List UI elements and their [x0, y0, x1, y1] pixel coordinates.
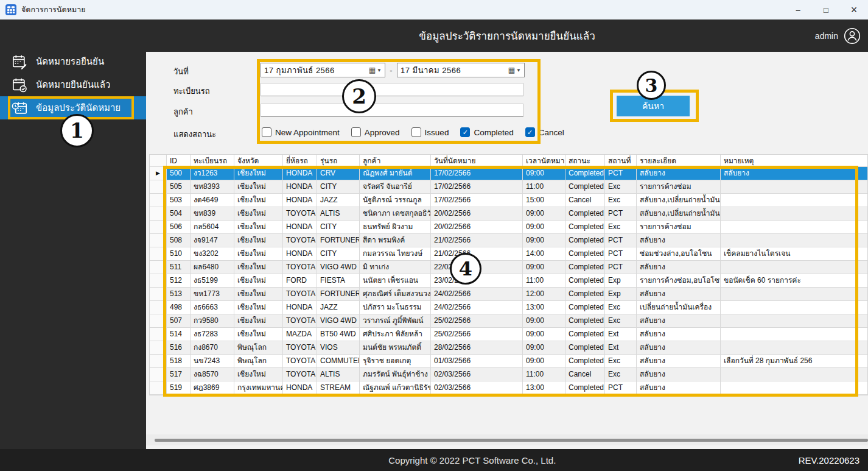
- sidebar-item-appointment-history[interactable]: ข้อมูลประวัตินัดหมาย: [0, 96, 146, 119]
- scrollbar-thumb[interactable]: [155, 439, 868, 442]
- cell-appt_date: 24/02/2566: [431, 301, 523, 314]
- cell-appt_time: 09:00: [523, 328, 565, 341]
- row-selector-cell[interactable]: [150, 274, 167, 288]
- cell-province: เชียงใหม่: [234, 261, 283, 274]
- status-checkbox-approved[interactable]: Approved: [351, 127, 400, 137]
- checkbox-checked-icon[interactable]: ✓: [525, 127, 535, 137]
- calendar-grid-icon[interactable]: ▦: [369, 66, 376, 74]
- table-row[interactable]: 508งจ9147เชียงใหม่TOYOTAFORTUNERสีดา พรม…: [150, 234, 867, 247]
- checkbox-unchecked-icon[interactable]: [351, 127, 361, 137]
- chevron-down-icon[interactable]: ▼: [377, 68, 382, 73]
- row-selector-cell[interactable]: [150, 328, 167, 341]
- column-header-id[interactable]: ID: [167, 155, 191, 167]
- table-row[interactable]: 513ขห1773เชียงใหม่TOYOTAFORTUNERศุภธณิศร…: [150, 288, 867, 301]
- cell-province: พิษณุโลก: [234, 341, 283, 355]
- table-row[interactable]: 516กง8670พิษณุโลกTOYOTAVIOSมนต์ชัย พรหมภ…: [150, 341, 867, 355]
- cell-id: 508: [167, 234, 191, 247]
- cell-status: Completed: [565, 274, 605, 288]
- cell-model: FIESTA: [317, 274, 360, 288]
- sidebar-item-pending-appointments[interactable]: นัดหมายรอยืนยัน: [0, 50, 146, 73]
- cell-detail: สลับยาง: [637, 368, 721, 381]
- table-row[interactable]: 512งธ5199เชียงใหม่FORDFIESTAนนัตยา เพ็ชร…: [150, 274, 867, 288]
- cell-model: VIOS: [317, 341, 360, 355]
- row-selector-cell[interactable]: [150, 314, 167, 328]
- table-row[interactable]: 503งต4649เชียงใหม่HONDAJAZZนัฐติภรณ์ วรร…: [150, 194, 867, 207]
- checkbox-checked-icon[interactable]: ✓: [460, 127, 470, 137]
- date-from-picker[interactable]: 17 กุมภาพันธ์ 2566 ▦ ▼: [261, 63, 385, 77]
- minimize-button[interactable]: –: [784, 0, 812, 19]
- column-header-place[interactable]: สถานที่: [605, 155, 637, 167]
- cell-id: 505: [167, 180, 191, 194]
- cell-customer: ศุภธณิศร์ เต็มสงวนวงศ์: [360, 288, 431, 301]
- table-row[interactable]: 517งฉ8570เชียงใหม่TOYOTAALTISภมรรัตน์ พั…: [150, 368, 867, 381]
- cell-place: PCT: [605, 247, 637, 261]
- row-selector-cell[interactable]: [150, 221, 167, 234]
- customer-input[interactable]: [261, 104, 523, 117]
- row-selector-cell[interactable]: [150, 207, 167, 221]
- table-row[interactable]: 506กล5604เชียงใหม่HONDACITYธนทรัพย์ ผิวง…: [150, 221, 867, 234]
- table-row[interactable]: 505ขท8393เชียงใหม่HONDACITYจรัลศรี จันอา…: [150, 180, 867, 194]
- column-header-detail[interactable]: รายละเอียด: [637, 155, 721, 167]
- date-to-picker[interactable]: 17 มีนาคม 2566 ▦ ▼: [397, 63, 525, 77]
- cell-province: เชียงใหม่: [234, 328, 283, 341]
- row-selector-cell[interactable]: [150, 368, 167, 381]
- status-checkbox-issued[interactable]: Issued: [411, 127, 449, 137]
- maximize-button[interactable]: □: [812, 0, 840, 19]
- horizontal-scrollbar[interactable]: [146, 434, 868, 445]
- cell-brand: HONDA: [283, 221, 317, 234]
- table-row[interactable]: 504ขท839เชียงใหม่TOYOTAALTISชนิดาภา เดชส…: [150, 207, 867, 221]
- row-selector-cell[interactable]: [150, 234, 167, 247]
- table-row[interactable]: 519ศฎ3869กรุงเทพมหานครHONDASTREAMณัฐภณพ์…: [150, 381, 867, 395]
- close-button[interactable]: ×: [840, 0, 868, 19]
- cell-status: Completed: [565, 221, 605, 234]
- current-row-arrow-icon[interactable]: ▶: [150, 167, 167, 180]
- status-checkbox-cancel[interactable]: ✓Cancel: [525, 127, 564, 137]
- status-checkbox-new-appointment[interactable]: New Appointment: [262, 127, 340, 137]
- column-header-model[interactable]: รุ่นรถ: [317, 155, 360, 167]
- column-header-appt_date[interactable]: วันที่นัดหมาย: [431, 155, 523, 167]
- row-selector-cell[interactable]: [150, 341, 167, 355]
- column-header-brand[interactable]: ยี่ห้อรถ: [283, 155, 317, 167]
- plate-label: ทะเบียนรถ: [173, 85, 210, 97]
- checkbox-unchecked-icon[interactable]: [262, 127, 271, 137]
- date-range-separator: -: [385, 66, 397, 75]
- calendar-grid-icon[interactable]: ▦: [508, 66, 515, 74]
- user-avatar-icon[interactable]: [844, 27, 861, 44]
- search-button[interactable]: ค้นหา: [617, 96, 690, 116]
- column-header-appt_time[interactable]: เวลานัดหมาย: [523, 155, 565, 167]
- status-checkbox-completed[interactable]: ✓Completed: [460, 127, 513, 137]
- table-row[interactable]: 507กว9580เชียงใหม่TOYOTAVIGO 4WDวราภรณ์ …: [150, 314, 867, 328]
- row-selector-cell[interactable]: [150, 194, 167, 207]
- plate-input[interactable]: [261, 83, 523, 96]
- table-row[interactable]: ▶500งว1263เชียงใหม่HONDACRVณัฏพงศ์ มายัน…: [150, 167, 867, 180]
- table-row[interactable]: 498งธ6663เชียงใหม่HONDAJAZZปภัสรา มะโนธร…: [150, 301, 867, 314]
- table-row[interactable]: 518นข7243พิษณุโลกTOYOTACOMMUTERรุจิราช ย…: [150, 355, 867, 368]
- column-header-note[interactable]: หมายเหตุ: [721, 155, 867, 167]
- sidebar-item-confirmed-appointments[interactable]: นัดหมายยืนยันแล้ว: [0, 73, 146, 96]
- cell-note: [721, 328, 867, 341]
- cell-brand: TOYOTA: [283, 288, 317, 301]
- table-row[interactable]: 510ขง3202เชียงใหม่HONDACITYกมลวรรณ ไทยวง…: [150, 247, 867, 261]
- row-selector-cell[interactable]: [150, 301, 167, 314]
- cell-place: Exc: [605, 221, 637, 234]
- row-selector-cell[interactable]: [150, 381, 167, 395]
- table-row[interactable]: 511ผล6480เชียงใหม่TOYOTAVIGO 4WDมิ ทาเก่…: [150, 261, 867, 274]
- row-selector-cell[interactable]: [150, 180, 167, 194]
- annotation-step-number: 3: [645, 75, 658, 96]
- column-header-plate[interactable]: ทะเบียนรถ: [191, 155, 234, 167]
- user-box[interactable]: admin: [815, 19, 861, 52]
- cell-plate: งธ5199: [191, 274, 234, 288]
- chevron-down-icon[interactable]: ▼: [516, 68, 521, 73]
- column-header-customer[interactable]: ลูกค้า: [360, 155, 431, 167]
- column-header-status[interactable]: สถานะ: [565, 155, 605, 167]
- row-selector-cell[interactable]: [150, 288, 167, 301]
- table-row[interactable]: 514งธ7283เชียงใหม่MAZDABT50 4WDศศิประภา …: [150, 328, 867, 341]
- row-selector-cell[interactable]: [150, 355, 167, 368]
- cell-model: ALTIS: [317, 368, 360, 381]
- row-selector-cell[interactable]: [150, 261, 167, 274]
- cell-plate: งธ7283: [191, 328, 234, 341]
- column-header-province[interactable]: จังหวัด: [234, 155, 283, 167]
- cell-detail: สลับยาง,เปลี่ยนถ่ายน้ำมันเครื่อง: [637, 194, 721, 207]
- row-selector-cell[interactable]: [150, 247, 167, 261]
- checkbox-unchecked-icon[interactable]: [411, 127, 421, 137]
